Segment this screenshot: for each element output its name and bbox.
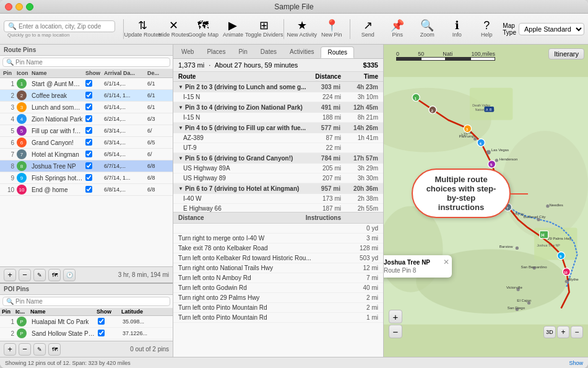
route-pin-row-6[interactable]: 6 6 Grand Canyon! 6/3/14,... 6/5 bbox=[0, 137, 173, 149]
col-icon[interactable]: Icon bbox=[15, 69, 30, 77]
hide-routes-button[interactable]: ✕ Hide Routes bbox=[160, 19, 187, 39]
pin-show-check[interactable] bbox=[85, 174, 92, 181]
map-type-select[interactable]: Apple Standard Satellite Hybrid bbox=[519, 23, 584, 35]
location-search-container[interactable]: 🔍 bbox=[4, 20, 115, 32]
animate-button[interactable]: ▶ Animate bbox=[219, 19, 246, 39]
instruction-row-0[interactable]: 0 yd bbox=[173, 224, 383, 234]
instruction-row-4[interactable]: Turn right onto National Trails Hwy 12 m… bbox=[173, 263, 383, 273]
route-pin-row-8[interactable]: 8 8 Joshua Tree NP 6/7/14,... 6/8 bbox=[0, 160, 173, 172]
tab-web[interactable]: Web bbox=[175, 46, 200, 58]
tab-places[interactable]: Places bbox=[201, 46, 231, 58]
3d-button[interactable]: 3D bbox=[543, 326, 556, 338]
location-search-input[interactable] bbox=[19, 23, 111, 30]
instruction-row-9[interactable]: Turn left onto Pinto Mountain Rd 1 mi bbox=[173, 313, 383, 323]
route-pin-row-2[interactable]: 2 2 Coffee break 6/1/14, 1... 6/1 bbox=[0, 90, 173, 102]
pin-show-check[interactable] bbox=[85, 162, 92, 169]
pin-show-check[interactable] bbox=[85, 80, 92, 87]
poi-col-name[interactable]: Name bbox=[30, 309, 97, 315]
new-activity-button[interactable]: ★ New Activity bbox=[288, 19, 316, 39]
tab-pin[interactable]: Pin bbox=[232, 46, 253, 58]
route-group-header-3[interactable]: ▼ Pin 5 to 6 (driving to Grand Canyon!) … bbox=[173, 153, 383, 164]
pins-button[interactable]: 📌 Pins bbox=[384, 19, 411, 39]
poi-pin-search-input[interactable] bbox=[15, 298, 166, 305]
poi-col-pin[interactable]: Pin bbox=[2, 309, 15, 315]
minimize-button[interactable] bbox=[15, 3, 23, 11]
help-button[interactable]: ? Help bbox=[473, 19, 500, 39]
zoom-in-button[interactable]: + bbox=[389, 310, 402, 323]
pin-show-check[interactable] bbox=[85, 139, 92, 146]
poi-col-lat[interactable]: Latitude bbox=[121, 309, 171, 315]
route-sub-item-4-1[interactable]: E Highway 66 187 mi 2h 55m bbox=[173, 204, 383, 212]
col-name[interactable]: Name bbox=[30, 69, 84, 77]
zoom-out-button[interactable]: − bbox=[389, 325, 402, 338]
tab-dates[interactable]: Dates bbox=[254, 46, 283, 58]
instruction-row-8[interactable]: Turn left onto Pinto Mountain Rd 2 mi bbox=[173, 303, 383, 313]
poi-row-1[interactable]: 1 P Hualapai Mt Co Park 35.098... bbox=[0, 316, 173, 328]
close-button[interactable] bbox=[5, 3, 12, 11]
instruction-row-7[interactable]: Turn right onto 29 Palms Hwy 2 mi bbox=[173, 293, 383, 303]
edit-pin-button[interactable]: ✎ bbox=[33, 269, 46, 281]
route-pin-row-7[interactable]: 7 7 Hotel at Kingman 6/5/14,... 6/ bbox=[0, 149, 173, 160]
instruction-row-1[interactable]: Turn right to merge onto I-40 W 3 mi bbox=[173, 234, 383, 243]
col-pin[interactable]: Pin bbox=[2, 69, 15, 77]
pin-show-check[interactable] bbox=[85, 115, 92, 122]
send-button[interactable]: ↗ Send bbox=[354, 19, 381, 39]
remove-poi-button[interactable]: − bbox=[19, 343, 31, 356]
show-button[interactable]: Show bbox=[569, 360, 583, 366]
map-area[interactable]: Death Valley National Park Joshua Tree N… bbox=[384, 45, 588, 357]
add-pin-button[interactable]: + bbox=[4, 269, 16, 281]
edit-poi-button[interactable]: ✎ bbox=[33, 343, 46, 356]
clock-pin-button[interactable]: 🕐 bbox=[63, 269, 76, 281]
poi-show-check[interactable] bbox=[98, 330, 105, 336]
instruction-row-6[interactable]: Turn left onto Godwin Rd 40 mi bbox=[173, 283, 383, 293]
map-pin-button[interactable]: 🗺 bbox=[48, 269, 61, 281]
update-routes-button[interactable]: ⇅ Update Routes bbox=[128, 19, 158, 39]
map-poi-button[interactable]: 🗺 bbox=[48, 343, 61, 356]
route-group-header-2[interactable]: ▼ Pin 4 to 5 (driving to Fill up car wit… bbox=[173, 123, 383, 133]
remove-pin-button[interactable]: − bbox=[19, 269, 31, 281]
instruction-row-3[interactable]: Turn left onto Kelbaker Rd toward Histor… bbox=[173, 253, 383, 263]
maximize-button[interactable] bbox=[26, 3, 33, 11]
route-sub-item-3-1[interactable]: US Highway 89 207 mi 3h 30m bbox=[173, 173, 383, 183]
route-sub-item-0-0[interactable]: I-15 N 224 mi 3h 10m bbox=[173, 92, 383, 102]
pin-show-check[interactable] bbox=[85, 103, 92, 110]
route-pin-row-3[interactable]: 3 3 Lunch and some ga... 6/1/14,... 6/1 bbox=[0, 102, 173, 113]
poi-row-2[interactable]: 2 P Sand Hollow State Park - ... 37.1226… bbox=[0, 328, 173, 340]
add-poi-button[interactable]: + bbox=[4, 343, 16, 356]
col-arrival[interactable]: Arrival Da... bbox=[103, 69, 146, 77]
route-group-header-4[interactable]: ▼ Pin 6 to 7 (driving to Hotel at Kingma… bbox=[173, 183, 383, 194]
toggle-dividers-button[interactable]: ⊞ Toggle Dividers bbox=[249, 19, 279, 39]
col-show[interactable]: Show bbox=[84, 69, 103, 77]
itinerary-button[interactable]: Itinerary bbox=[548, 48, 584, 59]
pin-show-check[interactable] bbox=[85, 151, 92, 157]
info-button[interactable]: ℹ Info bbox=[443, 19, 470, 39]
pin-show-check[interactable] bbox=[85, 92, 92, 99]
route-pin-row-4[interactable]: 4 4 Zion National Park 6/2/14,... 6/3 bbox=[0, 113, 173, 125]
poi-col-icon[interactable]: Ic... bbox=[15, 309, 30, 315]
route-pin-search-input[interactable] bbox=[15, 59, 166, 66]
tab-routes[interactable]: Routes bbox=[321, 46, 354, 58]
instruction-row-2[interactable]: Take exit 78 onto Kelbaker Road 128 mi bbox=[173, 243, 383, 253]
tooltip-close[interactable]: ✕ bbox=[443, 258, 449, 266]
route-sub-item-2-1[interactable]: UT-9 22 mi bbox=[173, 143, 383, 153]
route-pin-row-1[interactable]: 1 1 Start @ Aunt Mary's... 6/1/14,... 6/… bbox=[0, 78, 173, 90]
zoom-out-map[interactable]: − bbox=[571, 326, 583, 338]
zoom-button[interactable]: 🔍 Zoom bbox=[413, 19, 441, 39]
route-group-header-1[interactable]: ▼ Pin 3 to 4 (driving to Zion National P… bbox=[173, 102, 383, 113]
route-pin-row-10[interactable]: 10 10 End @ home 6/8/14,... 6/8 bbox=[0, 184, 173, 196]
new-pin-button[interactable]: 📍 New Pin bbox=[318, 19, 345, 39]
pin-show-check[interactable] bbox=[85, 127, 92, 134]
google-map-button[interactable]: 🗺 Google Map bbox=[189, 19, 217, 39]
zoom-in-map[interactable]: + bbox=[557, 326, 569, 338]
instruction-row-5[interactable]: Turn left onto N Amboy Rd 7 mi bbox=[173, 273, 383, 283]
route-sub-item-3-0[interactable]: US Highway 89A 205 mi 3h 29m bbox=[173, 164, 383, 173]
route-group-header-0[interactable]: ▼ Pin 2 to 3 (driving to Lunch and some … bbox=[173, 82, 383, 92]
route-pin-search[interactable]: 🔍 bbox=[2, 58, 170, 67]
route-sub-item-4-0[interactable]: I-40 W 173 mi 2h 38m bbox=[173, 194, 383, 204]
route-sub-item-1-0[interactable]: I-15 N 188 mi 8h 21m bbox=[173, 113, 383, 123]
poi-pin-search[interactable]: 🔍 bbox=[2, 297, 170, 306]
poi-col-show[interactable]: Show bbox=[97, 309, 121, 315]
route-pin-row-9[interactable]: 9 9 Fish Springs hot spr... 6/7/14, 1...… bbox=[0, 172, 173, 184]
route-pin-row-5[interactable]: 5 5 Fill up car with fuel,... 6/3/14,...… bbox=[0, 125, 173, 137]
tab-activities[interactable]: Activities bbox=[283, 46, 320, 58]
